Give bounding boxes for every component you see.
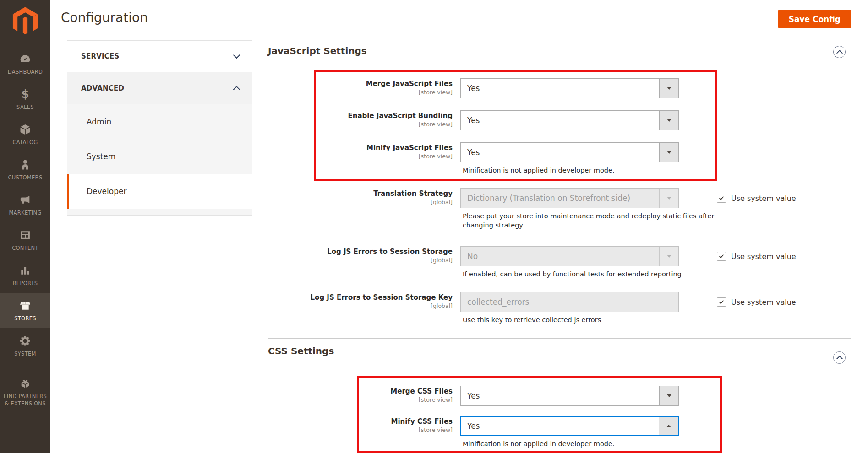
field-label-block: Minify CSS Files[store view] [268, 417, 453, 433]
config-content: JavaScript Settings Merge JavaScript Fil… [268, 0, 851, 453]
checkbox-checked-icon[interactable] [717, 297, 726, 307]
config-nav-group-services[interactable]: SERVICES [67, 40, 252, 72]
save-config-button[interactable]: Save Config [778, 10, 851, 28]
field-value: Dictionary (Translation on Storefront si… [467, 194, 630, 203]
field-value: collected_errors [467, 297, 529, 307]
field-note: Please put your store into maintenance m… [463, 211, 726, 230]
field-value: Yes [467, 391, 480, 400]
sidebar-item-content[interactable]: CONTENT [0, 222, 50, 258]
sidebar-item-marketing[interactable]: MARKETING [0, 187, 50, 222]
field-label: Enable JavaScript Bundling [268, 112, 453, 120]
magento-logo[interactable] [0, 0, 50, 39]
section-divider [268, 338, 851, 339]
sidebar-item-label: REPORTS [11, 280, 40, 287]
config-nav: SERVICESADVANCEDAdminSystemDeveloper [67, 40, 252, 216]
page-header: Configuration Save Config [50, 0, 868, 40]
sidebar-item-label: CUSTOMERS [6, 174, 44, 182]
field-label: Log JS Errors to Session Storage Key [268, 293, 453, 302]
config-nav-tail [67, 209, 252, 216]
triangle-down-icon [667, 255, 671, 258]
config-nav-item-admin[interactable]: Admin [67, 104, 252, 139]
field-select-enable-javascript-bundling[interactable]: Yes [460, 110, 679, 130]
section-title-css: CSS Settings [268, 345, 334, 356]
field-select-translation-strategy: Dictionary (Translation on Storefront si… [460, 188, 679, 208]
select-arrow-button[interactable] [659, 143, 678, 162]
field-scope: [store view] [268, 396, 453, 403]
select-arrow-button[interactable] [659, 79, 678, 98]
field-select-minify-css-files[interactable]: Yes [460, 416, 679, 436]
collapse-css-section-button[interactable] [833, 351, 846, 364]
sidebar-item-label: SYSTEM [12, 351, 38, 358]
use-system-value-label: Use system value [731, 298, 796, 307]
config-nav-item-developer[interactable]: Developer [67, 174, 252, 209]
select-arrow-button [659, 247, 678, 266]
field-label-block: Translation Strategy[global] [268, 189, 453, 205]
sidebar-item-reports[interactable]: REPORTS [0, 258, 50, 293]
config-nav-item-label: Developer [87, 187, 126, 196]
sidebar-item-catalog[interactable]: CATALOG [0, 117, 50, 152]
sidebar-item-system[interactable]: SYSTEM [0, 328, 50, 363]
field-label-block: Log JS Errors to Session Storage[global] [268, 248, 453, 264]
form-row-enable-javascript-bundling: Enable JavaScript Bundling[store view]Ye… [268, 110, 851, 130]
field-label-block: Log JS Errors to Session Storage Key[glo… [268, 293, 453, 309]
config-nav-item-label: Admin [87, 117, 111, 126]
field-label: Minify JavaScript Files [268, 144, 453, 152]
field-select-merge-javascript-files[interactable]: Yes [460, 78, 679, 98]
config-nav-item-system[interactable]: System [67, 139, 252, 174]
sidebar-item-find-partners-extensions[interactable]: FIND PARTNERS & EXTENSIONS [0, 370, 50, 414]
sidebar-item-label: STORES [12, 315, 38, 323]
field-note: Minification is not applied in developer… [463, 166, 615, 175]
sidebar-item-customers[interactable]: CUSTOMERS [0, 152, 50, 187]
field-note: Use this key to retrieve collected js er… [463, 315, 601, 324]
sidebar-item-dashboard[interactable]: DASHBOARD [0, 46, 50, 81]
field-select-minify-javascript-files[interactable]: Yes [460, 142, 679, 162]
config-nav-group-advanced[interactable]: ADVANCED [67, 72, 252, 104]
field-select-log-js-errors-to-session-storage: No [460, 246, 679, 266]
field-note: Minification is not applied in developer… [463, 439, 615, 448]
sidebar-item-label: DASHBOARD [6, 69, 44, 76]
sidebar-item-stores[interactable]: STORES [0, 293, 50, 328]
form-row-minify-javascript-files: Minify JavaScript Files[store view]Yes [268, 142, 851, 162]
field-input-log-js-errors-to-session-storage-key: collected_errors [460, 292, 679, 312]
checkbox-checked-icon[interactable] [717, 194, 726, 203]
form-row-merge-css-files: Merge CSS Files[store view]Yes [268, 386, 851, 406]
select-arrow-button[interactable] [659, 417, 678, 435]
field-scope: [store view] [268, 426, 453, 433]
triangle-down-icon [667, 87, 671, 90]
section-title-javascript: JavaScript Settings [268, 45, 367, 56]
field-select-merge-css-files[interactable]: Yes [460, 386, 679, 406]
magento-logo-icon [12, 7, 38, 35]
field-value: No [467, 252, 478, 261]
select-arrow-button[interactable] [659, 111, 678, 130]
field-label: Translation Strategy [268, 189, 453, 198]
triangle-down-icon [667, 394, 671, 397]
field-label: Log JS Errors to Session Storage [268, 248, 453, 256]
sidebar-item-label: MARKETING [7, 210, 43, 217]
use-system-value-label: Use system value [731, 252, 796, 261]
system-icon [19, 334, 32, 348]
use-system-value-label: Use system value [731, 194, 796, 203]
sidebar-item-label: SALES [15, 104, 36, 111]
field-scope: [store view] [268, 121, 453, 128]
field-label-block: Enable JavaScript Bundling[store view] [268, 112, 453, 128]
sidebar-item-sales[interactable]: $SALES [0, 81, 50, 117]
field-label-block: Merge CSS Files[store view] [268, 387, 453, 403]
svg-text:$: $ [21, 88, 29, 101]
chevron-up-icon [233, 86, 240, 93]
use-system-value-checkbox[interactable]: Use system value [717, 252, 796, 261]
select-arrow-button[interactable] [659, 386, 678, 405]
sidebar-divider [8, 43, 42, 43]
collapse-javascript-section-button[interactable] [833, 46, 846, 58]
use-system-value-checkbox[interactable]: Use system value [717, 297, 796, 307]
field-value: Yes [467, 84, 480, 93]
page-title: Configuration [61, 10, 148, 25]
chevron-up-icon [836, 49, 842, 56]
sidebar-item-label: CONTENT [10, 245, 40, 252]
checkbox-checked-icon[interactable] [717, 252, 726, 261]
field-scope: [store view] [268, 89, 453, 96]
admin-sidebar: DASHBOARD$SALESCATALOGCUSTOMERSMARKETING… [0, 0, 50, 453]
use-system-value-checkbox[interactable]: Use system value [717, 194, 796, 203]
content-icon [19, 228, 32, 242]
field-label-block: Minify JavaScript Files[store view] [268, 144, 453, 160]
sidebar-divider [8, 367, 42, 367]
